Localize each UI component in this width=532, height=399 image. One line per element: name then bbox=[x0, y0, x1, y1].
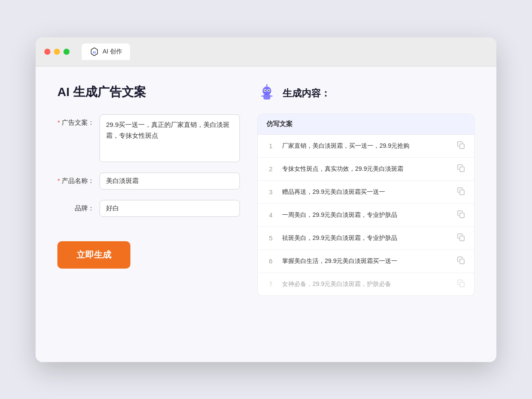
svg-rect-16 bbox=[460, 236, 464, 241]
brand-input[interactable] bbox=[100, 200, 240, 217]
table-row: 1厂家直销，美白淡斑霜，买一送一，29.9元抢购 bbox=[258, 135, 474, 158]
table-row: 3赠品再送，29.9元美白淡斑霜买一送一 bbox=[258, 181, 474, 204]
ai-tab-icon: AI bbox=[90, 47, 99, 57]
row-text: 专抹女性斑点，真实功效，29.9元美白淡斑霜 bbox=[282, 164, 450, 173]
page-title: AI 生成广告文案 bbox=[57, 84, 240, 100]
copy-icon[interactable] bbox=[457, 279, 466, 289]
svg-point-7 bbox=[268, 90, 269, 91]
table-row: 2专抹女性斑点，真实功效，29.9元美白淡斑霜 bbox=[258, 158, 474, 181]
row-number: 1 bbox=[266, 142, 275, 150]
result-header: 生成内容： bbox=[257, 84, 475, 103]
ad-copy-input[interactable]: 29.9买一送一，真正的厂家直销，美白淡斑霜，专抹女性斑点 bbox=[100, 114, 240, 162]
tab-label: AI 创作 bbox=[103, 48, 122, 56]
table-body: 1厂家直销，美白淡斑霜，买一送一，29.9元抢购2专抹女性斑点，真实功效，29.… bbox=[258, 135, 474, 296]
row-text: 女神必备，29.9元美白淡斑霜，护肤必备 bbox=[282, 279, 450, 289]
ad-copy-label: *广告文案： bbox=[57, 114, 94, 127]
table-row: 4一周美白，29.9元美白淡斑霜，专业护肤品 bbox=[258, 204, 474, 227]
row-text: 赠品再送，29.9元美白淡斑霜买一送一 bbox=[282, 187, 450, 196]
row-text: 掌握美白生活，29.9元美白淡斑霜买一送一 bbox=[282, 256, 450, 266]
row-number: 6 bbox=[266, 257, 275, 265]
titlebar: AI AI 创作 bbox=[36, 37, 496, 66]
svg-point-9 bbox=[266, 84, 268, 86]
right-panel: 生成内容： 仿写文案 1厂家直销，美白淡斑霜，买一送一，29.9元抢购2专抹女性… bbox=[257, 84, 475, 345]
copy-icon[interactable] bbox=[457, 164, 466, 174]
copy-icon[interactable] bbox=[457, 233, 466, 243]
required-star-1: * bbox=[57, 119, 60, 126]
svg-rect-3 bbox=[263, 94, 270, 100]
result-title: 生成内容： bbox=[283, 87, 330, 100]
row-number: 2 bbox=[266, 165, 275, 173]
svg-rect-12 bbox=[460, 144, 464, 149]
row-number: 5 bbox=[266, 234, 275, 242]
product-name-input[interactable] bbox=[100, 173, 240, 190]
brand-row: 品牌： bbox=[57, 200, 240, 217]
minimize-button[interactable] bbox=[54, 49, 60, 55]
svg-point-2 bbox=[263, 86, 271, 95]
svg-rect-18 bbox=[460, 282, 464, 287]
svg-rect-15 bbox=[460, 213, 464, 218]
generate-button[interactable]: 立即生成 bbox=[57, 241, 130, 269]
browser-window: AI AI 创作 AI 生成广告文案 *广告文案： 29.9买一送一，真正的厂家… bbox=[36, 37, 496, 362]
svg-rect-14 bbox=[460, 190, 464, 195]
svg-rect-17 bbox=[460, 259, 464, 264]
result-table: 仿写文案 1厂家直销，美白淡斑霜，买一送一，29.9元抢购2专抹女性斑点，真实功… bbox=[257, 113, 475, 296]
row-number: 4 bbox=[266, 211, 275, 219]
row-number: 7 bbox=[266, 280, 275, 288]
copy-icon[interactable] bbox=[457, 256, 466, 266]
ad-copy-row: *广告文案： 29.9买一送一，真正的厂家直销，美白淡斑霜，专抹女性斑点 bbox=[57, 114, 240, 162]
svg-text:AI: AI bbox=[93, 50, 96, 54]
product-name-row: *产品名称： bbox=[57, 173, 240, 190]
robot-icon bbox=[257, 84, 276, 103]
copy-icon[interactable] bbox=[457, 210, 466, 220]
row-text: 厂家直销，美白淡斑霜，买一送一，29.9元抢购 bbox=[282, 141, 450, 150]
traffic-lights bbox=[44, 49, 70, 55]
close-button[interactable] bbox=[44, 49, 50, 55]
row-text: 祛斑美白，29.9元美白淡斑霜，专业护肤品 bbox=[282, 233, 450, 243]
table-header: 仿写文案 bbox=[258, 114, 474, 135]
table-row: 6掌握美白生活，29.9元美白淡斑霜买一送一 bbox=[258, 250, 474, 273]
product-name-label: *产品名称： bbox=[57, 173, 94, 185]
table-row: 7女神必备，29.9元美白淡斑霜，护肤必备 bbox=[258, 273, 474, 296]
copy-icon[interactable] bbox=[457, 141, 466, 151]
table-row: 5祛斑美白，29.9元美白淡斑霜，专业护肤品 bbox=[258, 227, 474, 250]
ai-tab[interactable]: AI AI 创作 bbox=[82, 43, 130, 60]
required-star-2: * bbox=[57, 177, 60, 184]
maximize-button[interactable] bbox=[63, 49, 70, 55]
svg-rect-13 bbox=[460, 167, 464, 172]
row-number: 3 bbox=[266, 188, 275, 196]
left-panel: AI 生成广告文案 *广告文案： 29.9买一送一，真正的厂家直销，美白淡斑霜，… bbox=[57, 84, 240, 345]
copy-icon[interactable] bbox=[457, 187, 466, 197]
brand-label: 品牌： bbox=[57, 200, 94, 213]
row-text: 一周美白，29.9元美白淡斑霜，专业护肤品 bbox=[282, 210, 450, 219]
main-content: AI 生成广告文案 *广告文案： 29.9买一送一，真正的厂家直销，美白淡斑霜，… bbox=[36, 66, 496, 362]
svg-point-6 bbox=[265, 90, 266, 91]
